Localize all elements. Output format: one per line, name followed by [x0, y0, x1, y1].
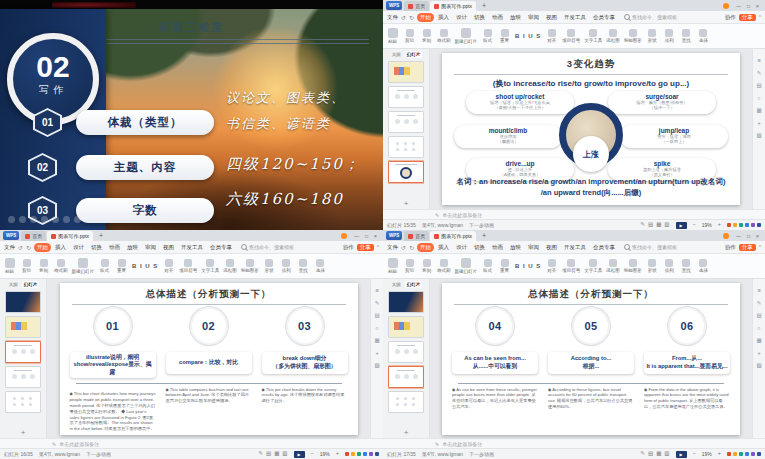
- ribbon-tool[interactable]: 查找: [680, 259, 693, 273]
- ribbon-tool[interactable]: 重置: [498, 29, 511, 43]
- ribbon-tab[interactable]: 设计: [453, 13, 470, 22]
- ribbon-tool[interactable]: 文字工具: [584, 29, 602, 43]
- new-tab-button[interactable]: +: [479, 232, 489, 239]
- ribbon-tab[interactable]: 插入: [435, 13, 452, 22]
- slide-column[interactable]: 03 break down细分 （多为饼状图、扇形图） ◆ This pie c…: [262, 309, 348, 433]
- number-circle[interactable]: 02: [192, 309, 226, 343]
- add-slide-button[interactable]: +: [404, 198, 409, 209]
- slide-thumbnail[interactable]: [388, 391, 424, 413]
- slide-column[interactable]: 05 According to... 根据... ◆ According to …: [548, 309, 634, 411]
- ribbon-tool[interactable]: 排列: [663, 29, 676, 43]
- window-button[interactable]: —: [733, 3, 744, 9]
- ribbon-tool[interactable]: B I U S: [132, 263, 158, 269]
- header-action[interactable]: 协作: [343, 244, 354, 251]
- ribbon-tab[interactable]: 插入: [52, 243, 69, 252]
- undo-icon[interactable]: ↺: [18, 244, 23, 251]
- slide-thumbnail[interactable]: [388, 291, 424, 313]
- ribbon-tool[interactable]: 剪切: [403, 29, 416, 43]
- ribbon-tab[interactable]: 切换: [471, 243, 488, 252]
- status-icon[interactable]: ✎: [640, 451, 645, 457]
- document-tab[interactable]: 首页: [404, 1, 429, 11]
- tray-app-icon[interactable]: [345, 452, 349, 456]
- ribbon-tool[interactable]: 流程图: [606, 259, 620, 273]
- slide-column[interactable]: 01 illustrate说明，阐明 show/reveal/expose显示、…: [70, 309, 156, 433]
- slide-column[interactable]: 04 As can be seen from... 从......中可以看到 ◆…: [452, 309, 538, 411]
- sidebar-tool-icon[interactable]: ○: [375, 326, 378, 332]
- status-icon[interactable]: ✎: [640, 222, 645, 228]
- slide-thumbnail[interactable]: [5, 341, 41, 363]
- number-circle[interactable]: 06: [670, 309, 704, 343]
- ribbon-tab[interactable]: 切换: [471, 13, 488, 22]
- slide-subtitle[interactable]: (换to increase/to rise/to grow/to improve…: [442, 78, 740, 89]
- tray-app-icon[interactable]: [751, 223, 755, 227]
- ribbon-tool[interactable]: 智能图形: [624, 259, 642, 273]
- phrase-card[interactable]: shoot up/rocket 猛增；猛涨；快速上升/飞速长高 （像箭/火箭一下…: [466, 91, 574, 114]
- slide-thumbnail[interactable]: [5, 291, 41, 313]
- ribbon-tool[interactable]: 复制: [37, 259, 50, 273]
- ribbon-tool[interactable]: 对齐: [545, 259, 558, 273]
- phrase-box[interactable]: break down细分 （多为饼状图、扇形图）: [262, 352, 348, 374]
- ribbon-tool[interactable]: 形状: [646, 29, 659, 43]
- ribbon-tab[interactable]: 设计: [70, 243, 87, 252]
- notes-bar[interactable]: ✎ 单击此处添加备注: [0, 438, 383, 448]
- phrase-card[interactable]: surge/soar 猛增、飙升（数量/价格等） （猛冲一下）: [608, 91, 716, 114]
- document-tab[interactable]: 首页: [21, 231, 46, 241]
- ribbon-tool[interactable]: 版式: [98, 259, 111, 273]
- ribbon-tool[interactable]: 文字工具: [201, 259, 219, 273]
- slide-column[interactable]: 02 compare：比较，对比 ◆ This table compares b…: [166, 309, 252, 433]
- panel-tab[interactable]: 大纲: [390, 51, 403, 58]
- slide-thumbnail[interactable]: [388, 86, 424, 108]
- sidebar-tool-icon[interactable]: ▧: [756, 363, 761, 369]
- sidebar-tool-icon[interactable]: ▦: [756, 338, 761, 344]
- file-menu[interactable]: 文件: [4, 244, 15, 251]
- tray-app-icon[interactable]: [733, 223, 737, 227]
- ribbon-tab[interactable]: 切换: [88, 243, 105, 252]
- play-button[interactable]: ▶: [294, 451, 305, 458]
- play-button[interactable]: ▶: [676, 451, 687, 458]
- tray-app-icon[interactable]: [745, 452, 749, 456]
- ribbon-tool[interactable]: 格式刷: [437, 29, 451, 43]
- ribbon-tab[interactable]: 放映: [507, 243, 524, 252]
- ribbon-tab[interactable]: 开始: [34, 243, 51, 252]
- window-button[interactable]: ×: [753, 233, 762, 239]
- ribbon-tool[interactable]: 文字工具: [584, 259, 602, 273]
- document-tab[interactable]: 首页: [404, 231, 429, 241]
- panel-tab[interactable]: 幻灯片: [405, 51, 423, 58]
- ribbon-tool[interactable]: 智能图形: [624, 29, 642, 43]
- ribbon-tool[interactable]: 剪切: [403, 259, 416, 273]
- ribbon-tool[interactable]: 格式刷: [437, 259, 451, 273]
- play-button[interactable]: ▶: [676, 222, 687, 229]
- number-circle[interactable]: 04: [478, 309, 512, 343]
- ribbon-tab[interactable]: 会员专享: [207, 243, 235, 252]
- ribbon-tab[interactable]: 动画: [489, 243, 506, 252]
- slide-thumbnail[interactable]: [388, 136, 424, 158]
- ribbon-tab[interactable]: 会员专享: [590, 13, 618, 22]
- ribbon-tab[interactable]: 动画: [106, 243, 123, 252]
- tray-app-icon[interactable]: [733, 452, 737, 456]
- document-tab[interactable]: 图表写作.pptx: [430, 231, 476, 241]
- ribbon-tool[interactable]: 新建幻灯片: [455, 28, 478, 44]
- ribbon-tool[interactable]: 粘贴: [3, 258, 16, 274]
- status-icon[interactable]: ▦: [274, 451, 279, 457]
- ribbon-tab[interactable]: 开始: [417, 243, 434, 252]
- number-circle[interactable]: 05: [574, 309, 608, 343]
- add-slide-button[interactable]: +: [21, 427, 26, 438]
- panel-tab[interactable]: 大纲: [7, 281, 20, 288]
- command-search[interactable]: 查找命令、搜索模板: [624, 244, 677, 250]
- sidebar-tool-icon[interactable]: ▦: [756, 108, 761, 114]
- ribbon-tab[interactable]: 审阅: [525, 13, 542, 22]
- ribbon-tab[interactable]: 开发工具: [178, 243, 206, 252]
- slide-thumbnail[interactable]: [388, 61, 424, 83]
- slide-title[interactable]: 总体描述（分析预测一下）: [442, 288, 740, 301]
- presenter-control-dot[interactable]: [30, 216, 37, 223]
- sidebar-tool-icon[interactable]: ○: [757, 96, 760, 102]
- sidebar-tool-icon[interactable]: ≡: [375, 288, 378, 294]
- wps-logo[interactable]: WPS: [386, 231, 402, 240]
- phrase-box[interactable]: As can be seen from... 从......中可以看到: [452, 352, 538, 374]
- redo-icon[interactable]: ↻: [26, 244, 31, 251]
- ribbon-tool[interactable]: 剪切: [20, 259, 33, 273]
- ribbon-tool[interactable]: 流程图: [606, 29, 620, 43]
- ribbon-tab[interactable]: 插入: [435, 243, 452, 252]
- new-tab-button[interactable]: +: [96, 232, 106, 239]
- slide-thumbnail[interactable]: [5, 316, 41, 338]
